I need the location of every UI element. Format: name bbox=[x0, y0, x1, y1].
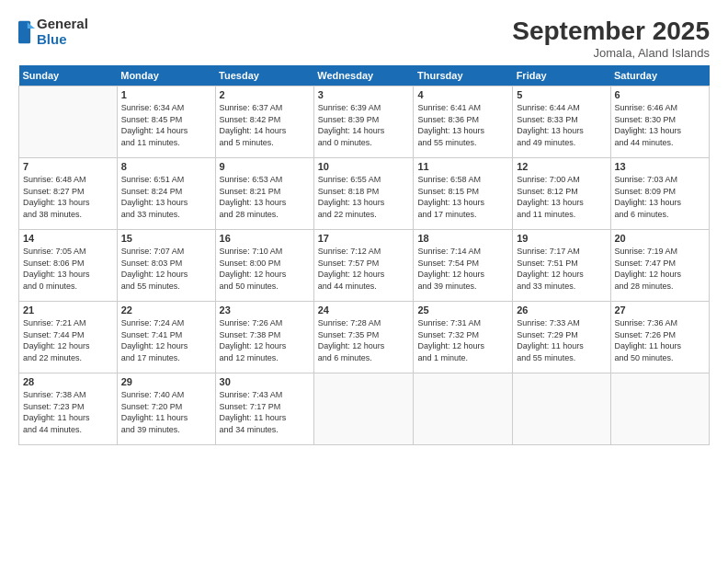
day-info-text: Sunset: 8:18 PM bbox=[318, 186, 410, 198]
day-info-text: Sunrise: 6:58 AM bbox=[417, 174, 508, 186]
day-info-text: Sunrise: 6:44 AM bbox=[517, 102, 606, 114]
day-info-text: Sunrise: 7:36 AM bbox=[615, 317, 706, 329]
day-info-text: Daylight: 14 hours bbox=[220, 125, 310, 137]
day-number: 13 bbox=[615, 161, 706, 172]
day-info-text: and 44 minutes. bbox=[23, 424, 113, 436]
calendar-cell: 1Sunrise: 6:34 AMSunset: 8:45 PMDaylight… bbox=[117, 86, 215, 158]
day-info-text: Sunrise: 6:53 AM bbox=[220, 174, 310, 186]
day-info-text: and 17 minutes. bbox=[417, 209, 508, 221]
day-info-text: and 22 minutes. bbox=[318, 209, 410, 221]
day-number: 2 bbox=[220, 89, 310, 100]
day-info-text: Daylight: 11 hours bbox=[517, 340, 606, 352]
calendar-cell: 7Sunrise: 6:48 AMSunset: 8:27 PMDaylight… bbox=[19, 158, 118, 230]
day-info-text: Daylight: 11 hours bbox=[121, 412, 211, 424]
calendar-cell: 26Sunrise: 7:33 AMSunset: 7:29 PMDayligh… bbox=[513, 302, 610, 373]
calendar-cell: 10Sunrise: 6:55 AMSunset: 8:18 PMDayligh… bbox=[313, 158, 414, 230]
day-number: 28 bbox=[23, 376, 113, 387]
day-info-text: and 44 minutes. bbox=[318, 281, 410, 293]
day-info-text: Sunset: 7:20 PM bbox=[121, 401, 211, 413]
day-info-text: Sunrise: 6:34 AM bbox=[121, 102, 211, 114]
calendar-cell: 13Sunrise: 7:03 AMSunset: 8:09 PMDayligh… bbox=[610, 158, 710, 230]
day-info-text: Sunset: 8:21 PM bbox=[220, 186, 310, 198]
day-number: 30 bbox=[220, 376, 310, 387]
day-number: 11 bbox=[417, 161, 508, 172]
day-info-text: and 33 minutes. bbox=[517, 281, 606, 293]
calendar-cell: 24Sunrise: 7:28 AMSunset: 7:35 PMDayligh… bbox=[313, 302, 414, 373]
calendar-cell bbox=[313, 373, 414, 445]
day-info-text: Daylight: 14 hours bbox=[121, 125, 211, 137]
day-info-text: Daylight: 13 hours bbox=[517, 197, 606, 209]
day-info-text: Daylight: 13 hours bbox=[23, 269, 113, 281]
day-number: 26 bbox=[517, 304, 606, 316]
day-number: 6 bbox=[615, 89, 706, 100]
day-info-text: Daylight: 12 hours bbox=[615, 269, 706, 281]
calendar-cell: 29Sunrise: 7:40 AMSunset: 7:20 PMDayligh… bbox=[117, 373, 215, 445]
day-info-text: Sunrise: 6:41 AM bbox=[417, 102, 508, 114]
day-info-text: Sunset: 7:29 PM bbox=[517, 329, 606, 341]
day-info-text: and 50 minutes. bbox=[220, 281, 310, 293]
day-info-text: Daylight: 13 hours bbox=[615, 125, 706, 137]
day-info-text: Daylight: 13 hours bbox=[517, 125, 606, 137]
day-number: 29 bbox=[121, 376, 211, 387]
day-info-text: and 55 minutes. bbox=[121, 281, 211, 293]
day-number: 3 bbox=[318, 89, 410, 100]
day-info-text: and 33 minutes. bbox=[121, 209, 211, 221]
day-info-text: Sunset: 7:17 PM bbox=[220, 401, 310, 413]
logo-icon bbox=[18, 19, 35, 45]
day-info-text: and 44 minutes. bbox=[615, 137, 706, 149]
header-tuesday: Tuesday bbox=[215, 65, 313, 86]
calendar-cell: 19Sunrise: 7:17 AMSunset: 7:51 PMDayligh… bbox=[513, 230, 610, 302]
day-number: 10 bbox=[318, 161, 410, 172]
month-title: September 2025 bbox=[512, 17, 710, 46]
calendar-cell: 5Sunrise: 6:44 AMSunset: 8:33 PMDaylight… bbox=[513, 86, 610, 158]
day-info-text: Sunrise: 7:38 AM bbox=[23, 389, 113, 401]
week-row-5: 28Sunrise: 7:38 AMSunset: 7:23 PMDayligh… bbox=[19, 373, 710, 445]
calendar-cell: 11Sunrise: 6:58 AMSunset: 8:15 PMDayligh… bbox=[414, 158, 513, 230]
day-info-text: and 28 minutes. bbox=[220, 209, 310, 221]
day-info-text: Sunset: 7:35 PM bbox=[318, 329, 410, 341]
day-info-text: Sunrise: 7:28 AM bbox=[318, 317, 410, 329]
day-info-text: Sunset: 7:32 PM bbox=[417, 329, 508, 341]
day-info-text: Daylight: 13 hours bbox=[417, 197, 508, 209]
day-number: 5 bbox=[517, 89, 606, 100]
day-info-text: Sunrise: 7:43 AM bbox=[220, 389, 310, 401]
day-info-text: Daylight: 12 hours bbox=[417, 340, 508, 352]
day-number: 24 bbox=[318, 304, 410, 316]
calendar-cell bbox=[414, 373, 513, 445]
calendar-cell: 14Sunrise: 7:05 AMSunset: 8:06 PMDayligh… bbox=[19, 230, 118, 302]
day-info-text: Sunset: 8:15 PM bbox=[417, 186, 508, 198]
day-info-text: Sunrise: 7:07 AM bbox=[121, 246, 211, 258]
header-saturday: Saturday bbox=[610, 65, 710, 86]
day-info-text: and 22 minutes. bbox=[23, 352, 113, 364]
day-number: 8 bbox=[121, 161, 211, 172]
day-info-text: Sunset: 8:30 PM bbox=[615, 114, 706, 126]
logo: General Blue bbox=[18, 17, 88, 47]
day-number: 23 bbox=[220, 304, 310, 316]
day-info-text: Daylight: 12 hours bbox=[517, 269, 606, 281]
day-info-text: Sunset: 7:51 PM bbox=[517, 258, 606, 270]
day-info-text: and 5 minutes. bbox=[220, 137, 310, 149]
day-number: 18 bbox=[417, 233, 508, 244]
day-number: 12 bbox=[517, 161, 606, 172]
day-info-text: Sunset: 8:27 PM bbox=[23, 186, 113, 198]
day-info-text: Sunset: 8:36 PM bbox=[417, 114, 508, 126]
day-info-text: Sunset: 8:42 PM bbox=[220, 114, 310, 126]
day-info-text: Daylight: 12 hours bbox=[23, 340, 113, 352]
calendar-cell: 3Sunrise: 6:39 AMSunset: 8:39 PMDaylight… bbox=[313, 86, 414, 158]
day-info-text: Sunset: 8:03 PM bbox=[121, 258, 211, 270]
day-number: 19 bbox=[517, 233, 606, 244]
header-sunday: Sunday bbox=[19, 65, 118, 86]
day-info-text: Daylight: 12 hours bbox=[318, 269, 410, 281]
day-info-text: Sunrise: 7:17 AM bbox=[517, 246, 606, 258]
day-info-text: Sunrise: 7:33 AM bbox=[517, 317, 606, 329]
calendar-cell: 20Sunrise: 7:19 AMSunset: 7:47 PMDayligh… bbox=[610, 230, 710, 302]
day-info-text: Sunrise: 7:19 AM bbox=[615, 246, 706, 258]
day-info-text: and 17 minutes. bbox=[121, 352, 211, 364]
week-row-4: 21Sunrise: 7:21 AMSunset: 7:44 PMDayligh… bbox=[19, 302, 710, 373]
day-number: 14 bbox=[23, 233, 113, 244]
day-info-text: Sunrise: 7:14 AM bbox=[417, 246, 508, 258]
calendar-cell bbox=[19, 86, 118, 158]
day-info-text: Sunset: 8:39 PM bbox=[318, 114, 410, 126]
logo-general-text: General bbox=[37, 17, 88, 32]
day-info-text: Sunset: 7:41 PM bbox=[121, 329, 211, 341]
